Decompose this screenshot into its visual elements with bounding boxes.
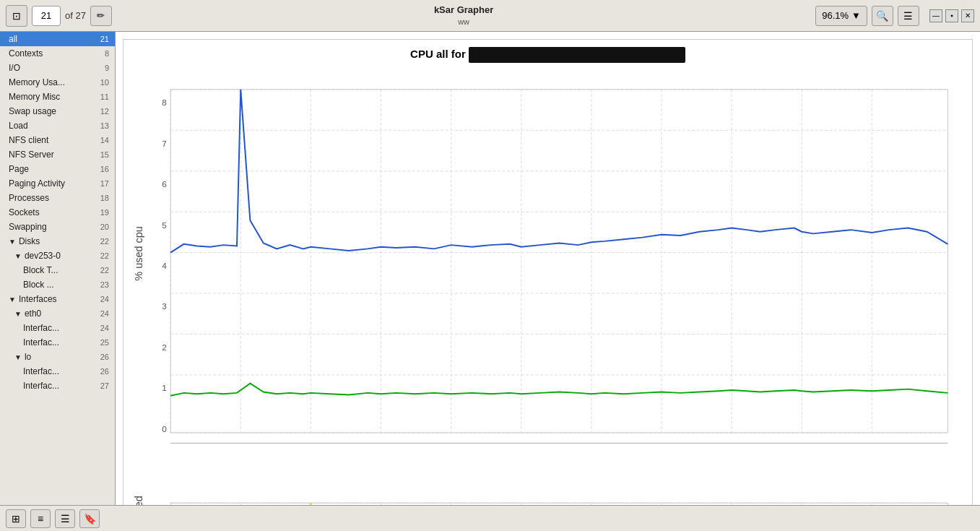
- sidebar-item-label: Block T...: [23, 265, 95, 275]
- sidebar-item-num: 26: [95, 353, 109, 361]
- page-number-input[interactable]: [32, 6, 61, 26]
- sidebar-item[interactable]: Interfac...26: [0, 364, 115, 379]
- sidebar-item[interactable]: Swapping20: [0, 220, 115, 234]
- toolbar-btn-2[interactable]: ≡: [30, 509, 51, 528]
- sidebar-item[interactable]: ▼Disks22: [0, 234, 115, 249]
- search-button[interactable]: 🔍: [872, 6, 893, 26]
- toolbar-btn-1[interactable]: ⊞: [6, 509, 26, 528]
- sidebar-item-num: 12: [95, 107, 109, 116]
- sidebar-item-num: 14: [95, 136, 109, 144]
- sidebar-item[interactable]: Page16: [0, 162, 115, 176]
- sidebar-item-num: 17: [95, 179, 109, 188]
- sidebar-item[interactable]: I/O9: [0, 61, 115, 75]
- bottom-toolbar: ⊞ ≡ ☰ 🔖: [0, 505, 980, 531]
- sidebar-item[interactable]: all21: [0, 32, 115, 46]
- sidebar-item-label: Swap usage: [9, 106, 95, 116]
- sidebar-item-num: 26: [95, 367, 109, 376]
- sidebar-item-num: 22: [95, 251, 109, 260]
- sidebar-item-num: 18: [95, 194, 109, 202]
- expand-arrow: ▼: [9, 295, 16, 303]
- sidebar-item-num: 8: [95, 49, 109, 58]
- sidebar-item-label: Page: [9, 164, 95, 174]
- chart-svg: % used cpu 0 1 2 3 4 5 6 7 8: [131, 69, 965, 505]
- sidebar-item-num: 22: [95, 266, 109, 275]
- zoom-dropdown-icon: ▼: [851, 10, 861, 21]
- sidebar-item[interactable]: Paging Activity17: [0, 176, 115, 191]
- svg-text:7: 7: [162, 139, 167, 149]
- sidebar-item[interactable]: ▼Interfaces24: [0, 292, 115, 306]
- sidebar-item-num: 23: [95, 280, 109, 289]
- maximize-button[interactable]: ▪: [945, 9, 958, 22]
- app-sub: ww: [434, 17, 493, 27]
- sidebar-item-label: Memory Misc: [9, 92, 95, 102]
- sidebar-item-label: Memory Usa...: [9, 77, 95, 87]
- toolbar-btn-4[interactable]: 🔖: [79, 509, 100, 528]
- zoom-button[interactable]: 96.1% ▼: [815, 6, 867, 26]
- sidebar-item-num: 16: [95, 165, 109, 173]
- sidebar-item[interactable]: NFS Server15: [0, 147, 115, 162]
- sidebar-item-label: Interfaces: [19, 294, 95, 304]
- sidebar-item-num: 20: [95, 223, 109, 231]
- sidebar-item-num: 22: [95, 237, 109, 246]
- sidebar-item[interactable]: Interfac...24: [0, 321, 115, 335]
- sidebar-item-label: Disks: [19, 236, 95, 246]
- sidebar-item-num: 19: [95, 208, 109, 217]
- page-icon: ⊡: [12, 10, 21, 22]
- sidebar: all21Contexts8I/O9Memory Usa...10Memory …: [0, 32, 116, 505]
- sidebar-item[interactable]: NFS client14: [0, 133, 115, 147]
- sidebar-item[interactable]: Contexts8: [0, 46, 115, 61]
- titlebar-right: 96.1% ▼ 🔍 ☰ — ▪ ✕: [815, 6, 974, 26]
- main-area: all21Contexts8I/O9Memory Usa...10Memory …: [0, 32, 980, 505]
- sidebar-item[interactable]: Load13: [0, 118, 115, 133]
- svg-text:1: 1: [162, 383, 167, 393]
- close-icon: ✕: [965, 12, 971, 20]
- sidebar-item[interactable]: Memory Misc11: [0, 90, 115, 104]
- toolbar-btn-3[interactable]: ☰: [55, 509, 75, 528]
- toolbar-icon-3: ☰: [61, 513, 70, 524]
- sidebar-item[interactable]: Memory Usa...10: [0, 75, 115, 90]
- sidebar-item-label: I/O: [9, 63, 95, 73]
- minimize-icon: —: [932, 12, 940, 20]
- expand-arrow: ▼: [9, 238, 16, 246]
- sidebar-item[interactable]: Interfac...25: [0, 335, 115, 350]
- sidebar-item-label: Sockets: [9, 207, 95, 217]
- edit-button[interactable]: ✏: [90, 6, 112, 26]
- sidebar-item[interactable]: Interfac...27: [0, 379, 115, 393]
- mid-y-label: % niced: [133, 496, 144, 505]
- sidebar-item[interactable]: Swap usage12: [0, 104, 115, 118]
- titlebar-center: kSar Grapher ww: [434, 4, 493, 27]
- edit-icon: ✏: [97, 10, 105, 21]
- sidebar-item[interactable]: Block ...23: [0, 277, 115, 292]
- sidebar-item-label: Swapping: [9, 222, 95, 232]
- menu-button[interactable]: ☰: [898, 6, 919, 26]
- sidebar-item[interactable]: ▼dev253-022: [0, 249, 115, 263]
- sidebar-item[interactable]: Block T...22: [0, 263, 115, 277]
- sidebar-item[interactable]: Sockets19: [0, 205, 115, 220]
- titlebar: ⊡ of 27 ✏ kSar Grapher ww 96.1% ▼ 🔍 ☰ — …: [0, 0, 980, 32]
- sidebar-item-label: Processes: [9, 193, 95, 203]
- svg-text:0: 0: [162, 424, 167, 434]
- page-icon-btn[interactable]: ⊡: [6, 5, 27, 27]
- expand-arrow: ▼: [14, 353, 22, 361]
- zoom-level: 96.1%: [822, 10, 849, 21]
- top-y-label: % used cpu: [133, 226, 144, 280]
- close-button[interactable]: ✕: [961, 9, 974, 22]
- sidebar-item-num: 11: [95, 92, 109, 101]
- sidebar-item-num: 15: [95, 150, 109, 159]
- sidebar-item-num: 10: [95, 78, 109, 87]
- sidebar-item[interactable]: ▼lo26: [0, 350, 115, 364]
- sidebar-item-label: Interfac...: [23, 323, 95, 333]
- sidebar-item-label: NFS client: [9, 135, 95, 145]
- svg-text:8: 8: [162, 98, 167, 108]
- sidebar-item-num: 25: [95, 338, 109, 347]
- sidebar-item[interactable]: ▼eth024: [0, 306, 115, 321]
- sidebar-item-num: 9: [95, 64, 109, 72]
- sidebar-item[interactable]: Processes18: [0, 191, 115, 205]
- sidebar-item-label: Interfac...: [23, 381, 95, 391]
- sidebar-item-label: lo: [25, 352, 95, 362]
- minimize-button[interactable]: —: [929, 9, 942, 22]
- search-icon: 🔍: [876, 10, 888, 22]
- svg-text:2: 2: [162, 342, 167, 353]
- svg-text:4: 4: [162, 261, 167, 271]
- page-of-label: of 27: [65, 10, 86, 21]
